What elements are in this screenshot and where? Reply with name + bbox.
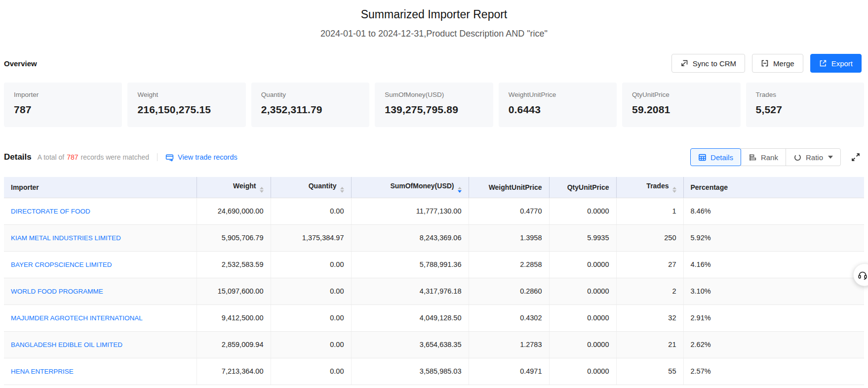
qtyunitprice-cell: 0.0000 [549,198,616,224]
export-label: Export [831,59,853,68]
weight-cell: 9,412,500.00 [197,304,271,331]
ratio-circle-icon [793,153,802,162]
stat-card-weightunitprice: WeightUnitPrice 0.6443 [499,83,617,127]
trade-records-icon [165,153,174,162]
weightunitprice-cell: 0.4770 [469,198,549,224]
sort-icon[interactable] [260,187,264,193]
stat-label: Trades [756,91,854,98]
overview-cards: Importer 787 Weight 216,150,275.15 Quant… [4,83,864,127]
merge-icon [761,59,769,67]
table-row: MAJUMDER AGROTECH INTERNATIONAL 9,412,50… [4,304,864,331]
sumofmoney-cell: 3,585,985.03 [351,358,469,385]
weightunitprice-cell: 0.2860 [469,278,549,304]
quantity-cell: 0.00 [271,304,351,331]
page-title: Summarized Importer Report [0,8,868,21]
stat-card-importer: Importer 787 [4,83,122,127]
weight-cell: 24,690,000.00 [197,198,271,224]
quantity-cell: 0.00 [271,278,351,304]
sort-icon-active-desc[interactable] [458,187,462,193]
sumofmoney-cell: 5,788,991.36 [351,251,469,278]
stat-label: SumOfMoney(USD) [385,91,483,98]
match-prefix: A total of [38,153,64,161]
table-row: HENA ENTERPRISE 7,213,364.00 0.00 3,585,… [4,358,864,385]
percentage-cell: 2.62% [683,331,864,358]
details-left: Details A total of787records were matche… [4,152,237,162]
qtyunitprice-cell: 0.0000 [549,278,616,304]
tab-details-label: Details [710,153,733,162]
importer-link[interactable]: HENA ENTERPRISE [11,368,74,375]
sync-to-crm-button[interactable]: Sync to CRM [671,54,745,73]
stat-label: Quantity [261,91,359,98]
tab-ratio[interactable]: Ratio [786,148,841,166]
stat-card-weight: Weight 216,150,275.15 [127,83,245,127]
stat-label: WeightUnitPrice [509,91,607,98]
qtyunitprice-cell: 0.0000 [549,331,616,358]
col-header-sumofmoney[interactable]: SumOfMoney(USD) [351,177,469,198]
stat-card-qtyunitprice: QtyUnitPrice 59.2081 [622,83,740,127]
fullscreen-button[interactable] [850,151,862,163]
importer-link[interactable]: DIRECTORATE OF FOOD [11,208,90,215]
col-header-quantity[interactable]: Quantity [271,177,351,198]
importer-table: Importer Weight Quantity SumOfMoney(USD)… [4,177,864,385]
qtyunitprice-cell: 0.0000 [549,251,616,278]
table-row: BANGLADESH EDIBLE OIL LIMITED 2,859,009.… [4,331,864,358]
qtyunitprice-cell: 0.0000 [549,304,616,331]
overview-bar: Overview Sync to CRM Merge Export [4,54,862,73]
weightunitprice-cell: 0.4971 [469,358,549,385]
table-row: WORLD FOOD PROGRAMME 15,097,600.00 0.00 … [4,278,864,304]
view-trade-records-link[interactable]: View trade records [165,153,237,162]
importer-link[interactable]: BAYER CROPSCIENCE LIMITED [11,261,112,268]
table-row: KIAM METAL INDUSTRIES LIMITED 5,905,706.… [4,224,864,251]
qtyunitprice-cell: 0.0000 [549,358,616,385]
sort-icon[interactable] [672,187,676,193]
table-grid-icon [698,153,707,162]
table-row: BAYER CROPSCIENCE LIMITED 2,532,583.59 0… [4,251,864,278]
tab-rank-label: Rank [761,153,778,162]
qtyunitprice-cell: 5.9935 [549,224,616,251]
page-subtitle: 2024-01-01 to 2024-12-31,Product Descrip… [0,29,868,39]
trades-cell: 21 [616,331,683,358]
trades-cell: 55 [616,358,683,385]
importer-link[interactable]: WORLD FOOD PROGRAMME [11,288,103,295]
importer-link[interactable]: MAJUMDER AGROTECH INTERNATIONAL [11,314,143,322]
sumofmoney-cell: 4,317,976.18 [351,278,469,304]
stat-card-quantity: Quantity 2,352,311.79 [251,83,369,127]
trades-cell: 27 [616,251,683,278]
weight-cell: 2,532,583.59 [197,251,271,278]
stat-label: Weight [137,91,236,98]
quantity-cell: 0.00 [271,358,351,385]
stat-card-sumofmoney: SumOfMoney(USD) 139,275,795.89 [375,83,493,127]
overview-actions: Sync to CRM Merge Export [671,54,862,73]
sync-icon [680,59,688,67]
table-header-row: Importer Weight Quantity SumOfMoney(USD)… [4,177,864,198]
chevron-down-icon [828,156,833,159]
trades-cell: 2 [616,278,683,304]
details-right: Details Rank Ratio [690,148,862,166]
stat-value: 787 [14,104,112,116]
stat-label: QtyUnitPrice [632,91,730,98]
quantity-cell: 0.00 [271,331,351,358]
details-heading: Details [4,152,32,162]
export-button[interactable]: Export [810,54,862,73]
importer-link[interactable]: BANGLADESH EDIBLE OIL LIMITED [11,341,122,348]
view-switcher: Details Rank Ratio [690,148,841,166]
tab-ratio-label: Ratio [806,153,823,162]
percentage-cell: 8.46% [683,198,864,224]
col-header-weight[interactable]: Weight [197,177,271,198]
view-trade-records-label: View trade records [178,153,237,161]
quantity-cell: 0.00 [271,251,351,278]
match-summary: A total of787records were matched [38,153,149,161]
percentage-cell: 3.10% [683,278,864,304]
sort-icon[interactable] [340,187,344,193]
match-count: 787 [67,153,78,161]
col-header-percentage: Percentage [683,177,864,198]
importer-link[interactable]: KIAM METAL INDUSTRIES LIMITED [11,234,121,242]
stat-value: 0.6443 [509,104,607,116]
col-header-trades[interactable]: Trades [616,177,683,198]
table-row: DIRECTORATE OF FOOD 24,690,000.00 0.00 1… [4,198,864,224]
tab-rank[interactable]: Rank [741,148,786,166]
weight-cell: 2,859,009.94 [197,331,271,358]
trades-cell: 32 [616,304,683,331]
tab-details[interactable]: Details [690,148,741,166]
merge-button[interactable]: Merge [752,54,803,73]
